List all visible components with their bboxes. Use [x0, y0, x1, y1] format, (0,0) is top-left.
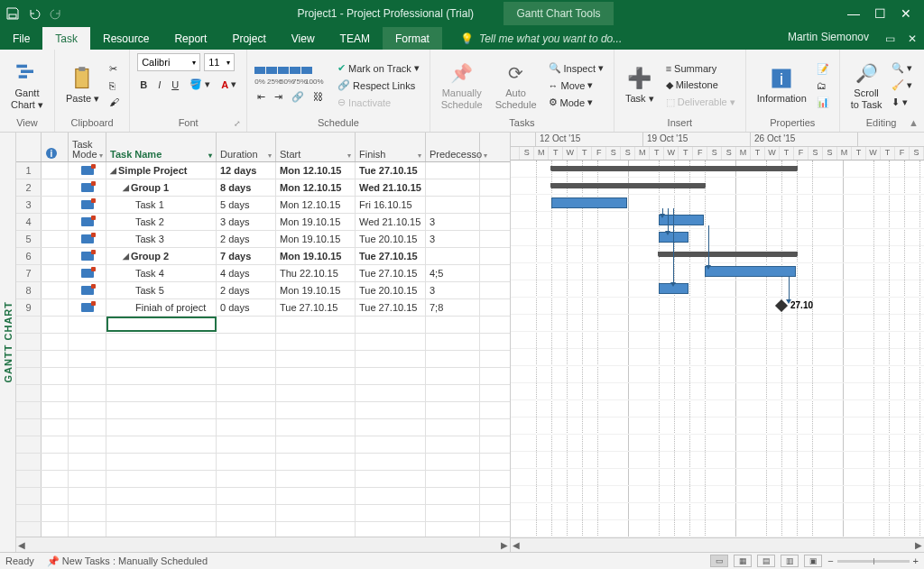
close-icon[interactable]: ✕: [901, 6, 911, 21]
table-row[interactable]: 6◢Group 27 daysMon 19.10.15Tue 27.10.15: [16, 248, 510, 265]
tab-format[interactable]: Format: [383, 27, 442, 50]
gantt-row[interactable]: [511, 246, 924, 263]
timeline-header[interactable]: 12 Oct '1519 Oct '1526 Oct '15 SMTWTFSSM…: [511, 133, 924, 161]
tab-file[interactable]: File: [0, 27, 42, 50]
header-task-name[interactable]: Task Name▾: [106, 133, 217, 161]
save-icon[interactable]: [5, 6, 20, 21]
status-new-tasks[interactable]: 📌 New Tasks : Manually Scheduled: [47, 555, 208, 567]
header-finish[interactable]: Finish▾: [356, 133, 426, 161]
table-row[interactable]: 2◢Group 18 daysMon 12.10.15Wed 21.10.15: [16, 179, 510, 197]
horizontal-scrollbar-right[interactable]: ◀▶: [511, 537, 924, 552]
gantt-chart-button[interactable]: Gantt Chart ▾: [7, 59, 47, 111]
manual-mode-icon: [81, 200, 94, 209]
header-start[interactable]: Start▾: [276, 133, 356, 161]
progress-blocks[interactable]: [254, 67, 326, 74]
view-label-sidebar: GANTT CHART: [0, 133, 16, 552]
auto-schedule-button[interactable]: ⟳ Auto Schedule: [492, 59, 541, 111]
insert-deliverable-button[interactable]: ⬚Deliverable ▾: [663, 95, 738, 110]
header-info[interactable]: i: [42, 133, 69, 161]
insert-task-button[interactable]: ➕ Task ▾: [622, 64, 658, 106]
collapse-ribbon-icon[interactable]: ▲: [909, 117, 919, 128]
table-row[interactable]: 1◢Simple Project12 daysMon 12.10.15Tue 2…: [16, 162, 510, 179]
details-button[interactable]: 🗂: [814, 78, 832, 93]
table-row[interactable]: 7Task 44 daysThu 22.10.15Tue 27.10.154;5: [16, 265, 510, 282]
fill-color-button[interactable]: 🪣▾: [187, 77, 213, 92]
format-painter-button[interactable]: 🖌: [106, 95, 122, 109]
zoom-control[interactable]: − +: [827, 555, 919, 566]
tab-task[interactable]: Task: [42, 27, 90, 50]
view-resource-sheet-icon[interactable]: ▥: [781, 555, 799, 567]
table-row[interactable]: 8Task 52 daysMon 19.10.15Tue 20.10.153: [16, 282, 510, 299]
paste-button[interactable]: Paste ▾: [62, 64, 103, 106]
close-subwindow-icon[interactable]: ✕: [908, 32, 917, 45]
view-report-icon[interactable]: ▣: [804, 555, 822, 567]
minimize-icon[interactable]: —: [847, 6, 860, 21]
font-size-select[interactable]: 11▾: [204, 53, 235, 71]
gantt-row[interactable]: [511, 212, 924, 229]
font-name-select[interactable]: Calibri▾: [137, 53, 200, 71]
fill-button[interactable]: ⬇▾: [889, 95, 915, 110]
gantt-row[interactable]: [511, 280, 924, 298]
mode-button[interactable]: ⚙Mode ▾: [546, 95, 606, 110]
insert-summary-button[interactable]: ≡Summary: [663, 61, 738, 76]
undo-icon[interactable]: [27, 6, 42, 21]
insert-milestone-button[interactable]: ◆Milestone: [663, 78, 738, 93]
tab-view[interactable]: View: [279, 27, 328, 50]
gantt-row[interactable]: [511, 195, 924, 212]
outdent-button[interactable]: ⇤: [254, 89, 268, 105]
link-tasks-button[interactable]: 🔗: [289, 89, 307, 105]
tell-me-search[interactable]: 💡Tell me what you want to do...: [442, 27, 779, 50]
bold-button[interactable]: B: [137, 77, 150, 92]
maximize-icon[interactable]: ☐: [874, 6, 886, 21]
zoom-in-icon[interactable]: +: [913, 555, 919, 566]
unlink-tasks-button[interactable]: ⛓: [310, 89, 326, 105]
view-task-usage-icon[interactable]: ▦: [734, 555, 752, 567]
gantt-row[interactable]: [511, 178, 924, 195]
tab-report[interactable]: Report: [162, 27, 219, 50]
header-predecessors[interactable]: Predecesso▾: [426, 133, 480, 161]
font-color-button[interactable]: A▾: [218, 77, 239, 92]
gantt-body[interactable]: 27.10: [511, 161, 924, 537]
horizontal-scrollbar-left[interactable]: ◀▶: [16, 537, 510, 552]
dialog-launcher-icon[interactable]: ⤢: [234, 119, 241, 128]
table-row-active[interactable]: [16, 317, 510, 334]
cut-button[interactable]: ✂: [106, 61, 122, 77]
information-button[interactable]: i Information: [753, 64, 810, 106]
notes-button[interactable]: 📝: [814, 61, 832, 77]
table-row[interactable]: 9Finiah of project0 daysTue 27.10.15Tue …: [16, 299, 510, 317]
manually-schedule-button[interactable]: 📌 Manually Schedule: [438, 59, 486, 111]
header-rownum[interactable]: [16, 133, 42, 161]
clear-button[interactable]: 🧹▾: [889, 78, 915, 93]
tab-team[interactable]: TEAM: [328, 27, 383, 50]
gantt-row[interactable]: 27.10: [511, 298, 924, 315]
scroll-to-task-button[interactable]: 🔎 Scroll to Task: [847, 59, 886, 111]
tab-project[interactable]: Project: [219, 27, 278, 50]
respect-links-button[interactable]: 🔗Respect Links: [335, 78, 422, 93]
italic-button[interactable]: I: [155, 77, 163, 92]
add-to-timeline-button[interactable]: 📊: [814, 95, 832, 110]
table-row[interactable]: 5Task 32 daysMon 19.10.15Tue 20.10.153: [16, 231, 510, 248]
copy-button[interactable]: ⎘: [106, 78, 122, 93]
find-button[interactable]: 🔍▾: [889, 60, 915, 76]
zoom-out-icon[interactable]: −: [827, 555, 833, 566]
view-gantt-icon[interactable]: ▭: [710, 555, 728, 567]
indent-button[interactable]: ⇥: [272, 89, 285, 105]
table-row[interactable]: 3Task 15 daysMon 12.10.15Fri 16.10.15: [16, 197, 510, 214]
gantt-row[interactable]: [511, 161, 924, 178]
user-name[interactable]: Martin Siemonov: [779, 27, 878, 50]
inspect-button[interactable]: 🔍Inspect ▾: [546, 60, 606, 76]
header-duration[interactable]: Duration▾: [217, 133, 276, 161]
view-team-planner-icon[interactable]: ▤: [757, 555, 775, 567]
gantt-row[interactable]: [511, 229, 924, 246]
table-row[interactable]: 4Task 23 daysMon 19.10.15Wed 21.10.153: [16, 214, 510, 231]
redo-icon[interactable]: [49, 6, 63, 21]
underline-button[interactable]: U: [169, 77, 181, 92]
tab-resource[interactable]: Resource: [90, 27, 162, 50]
move-button[interactable]: ↔Move ▾: [546, 78, 606, 93]
ribbon-display-icon[interactable]: ▭: [885, 32, 895, 45]
inactivate-button[interactable]: ⊖Inactivate: [335, 95, 422, 110]
header-task-mode[interactable]: Task Mode▾: [69, 133, 106, 161]
gantt-row[interactable]: [511, 263, 924, 280]
table-body[interactable]: 1◢Simple Project12 daysMon 12.10.15Tue 2…: [16, 162, 510, 537]
mark-on-track-button[interactable]: ✔Mark on Track ▾: [335, 60, 422, 76]
